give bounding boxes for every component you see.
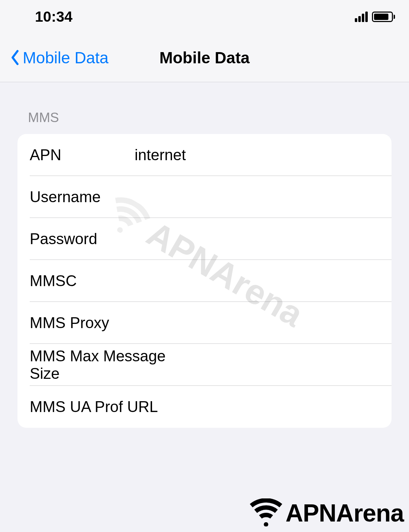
mms-max-size-row[interactable]: MMS Max Message Size bbox=[17, 344, 392, 386]
mms-ua-prof-row[interactable]: MMS UA Prof URL bbox=[17, 386, 392, 428]
mms-proxy-input[interactable] bbox=[187, 314, 379, 332]
mmsc-row[interactable]: MMSC bbox=[17, 260, 392, 302]
username-row[interactable]: Username bbox=[17, 176, 392, 218]
content-area: MMS APN Username Password MMSC MMS Proxy bbox=[0, 82, 409, 428]
cellular-signal-icon bbox=[355, 12, 368, 22]
apn-input[interactable] bbox=[135, 146, 379, 164]
password-input[interactable] bbox=[135, 230, 379, 248]
mmsc-input[interactable] bbox=[135, 272, 379, 290]
section-header-mms: MMS bbox=[17, 110, 392, 134]
mms-proxy-label: MMS Proxy bbox=[30, 314, 187, 332]
battery-icon bbox=[372, 12, 395, 22]
mms-settings-group: APN Username Password MMSC MMS Proxy MMS… bbox=[17, 134, 392, 428]
wifi-icon bbox=[249, 498, 284, 528]
status-time: 10:34 bbox=[35, 8, 72, 25]
password-label: Password bbox=[30, 230, 135, 248]
chevron-left-icon bbox=[10, 50, 19, 65]
footer-logo: APNArena bbox=[249, 498, 404, 528]
status-bar: 10:34 bbox=[0, 0, 409, 33]
status-indicators bbox=[355, 12, 395, 22]
page-title: Mobile Data bbox=[159, 48, 250, 67]
footer-text: APNArena bbox=[286, 499, 404, 527]
mms-ua-prof-input[interactable] bbox=[187, 398, 379, 416]
navigation-bar: Mobile Data Mobile Data bbox=[0, 33, 409, 82]
mms-max-size-input[interactable] bbox=[187, 356, 379, 374]
username-input[interactable] bbox=[135, 188, 379, 206]
mms-proxy-row[interactable]: MMS Proxy bbox=[17, 302, 392, 344]
apn-label: APN bbox=[30, 146, 135, 164]
mms-max-size-label: MMS Max Message Size bbox=[30, 347, 187, 382]
back-button[interactable]: Mobile Data bbox=[10, 48, 108, 67]
mmsc-label: MMSC bbox=[30, 272, 135, 290]
username-label: Username bbox=[30, 188, 135, 206]
mms-ua-prof-label: MMS UA Prof URL bbox=[30, 398, 187, 416]
apn-row[interactable]: APN bbox=[17, 134, 392, 176]
password-row[interactable]: Password bbox=[17, 218, 392, 260]
back-label: Mobile Data bbox=[23, 48, 108, 67]
